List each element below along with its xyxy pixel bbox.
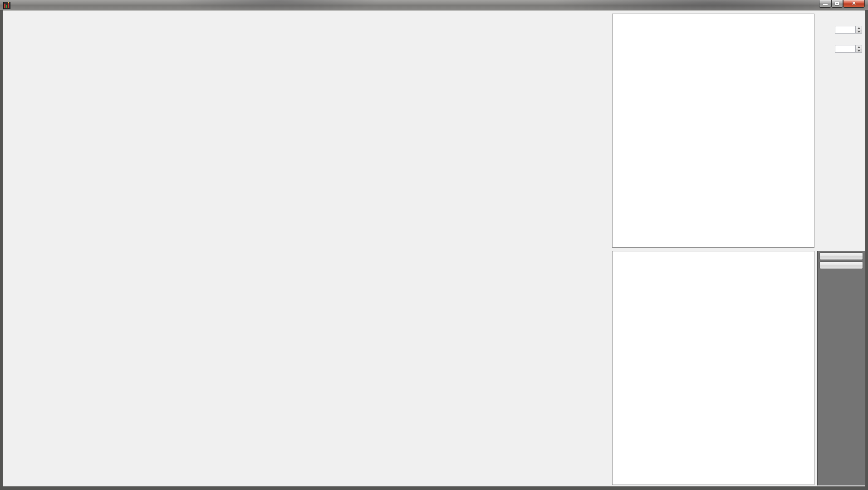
restore-button[interactable] bbox=[831, 0, 843, 8]
phase-y-unit-label bbox=[6, 172, 14, 200]
recording-button[interactable] bbox=[819, 252, 863, 260]
phase-value-input[interactable] bbox=[835, 26, 856, 34]
spin-up-icon[interactable] bbox=[856, 45, 862, 49]
close-icon: ✕ bbox=[843, 0, 864, 6]
restore-icon bbox=[835, 2, 839, 5]
side-control-strip bbox=[817, 251, 865, 485]
close-button[interactable]: ✕ bbox=[843, 0, 865, 8]
trend-plot[interactable] bbox=[19, 256, 603, 456]
reset-button[interactable] bbox=[819, 261, 863, 269]
phase-tolerance-spinner[interactable] bbox=[856, 45, 862, 53]
resonance-table[interactable] bbox=[612, 14, 814, 248]
amplitude-y-unit-label bbox=[4, 55, 11, 83]
spin-down-icon[interactable] bbox=[856, 49, 862, 53]
phase-spectrum-plot[interactable] bbox=[23, 140, 610, 235]
results-table[interactable] bbox=[612, 251, 814, 485]
amplitude-spectrum-plot[interactable] bbox=[23, 17, 610, 122]
spin-down-icon[interactable] bbox=[856, 30, 862, 34]
app-window: ✕ bbox=[0, 0, 868, 490]
app-icon bbox=[3, 2, 10, 9]
spin-up-icon[interactable] bbox=[856, 26, 862, 30]
minimize-button[interactable] bbox=[819, 0, 831, 8]
phase-tolerance-input[interactable] bbox=[835, 45, 856, 53]
title-bar[interactable] bbox=[0, 0, 868, 10]
minimize-icon bbox=[823, 4, 828, 5]
phase-value-spinner[interactable] bbox=[856, 26, 862, 34]
